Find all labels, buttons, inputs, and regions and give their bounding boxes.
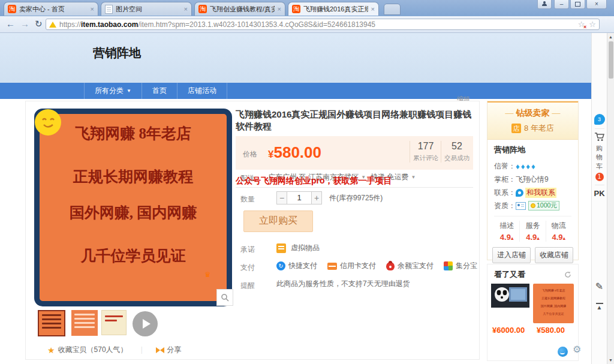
wangwang-toolbar-icon[interactable]: 3 bbox=[594, 114, 605, 125]
recommended-item-video[interactable] bbox=[491, 284, 529, 308]
address-bar[interactable]: https:// item.taobao.com /item.htm?spm=2… bbox=[46, 19, 600, 30]
page-scrollbar[interactable]: ▲ ▼ bbox=[607, 33, 614, 364]
refresh-icon[interactable] bbox=[564, 271, 571, 278]
stock-text: 件(库存99725件) bbox=[329, 193, 383, 203]
mini-text-line: 国外网赚, 国内网赚 bbox=[533, 302, 574, 310]
rating-label: 物流 bbox=[546, 221, 571, 231]
maximize-button[interactable] bbox=[570, 0, 585, 9]
rating-description: 描述 4.9▴ bbox=[494, 221, 520, 242]
red-x-badge: × bbox=[583, 24, 586, 30]
zoom-magnifier-button[interactable] bbox=[216, 289, 233, 306]
back-button[interactable]: ← bbox=[6, 19, 15, 29]
quantity-input[interactable]: 1 bbox=[287, 191, 311, 204]
new-tab-button[interactable] bbox=[384, 4, 401, 15]
tab-close-icon[interactable]: × bbox=[371, 6, 375, 13]
bookmark-star-icon[interactable]: ☆ bbox=[589, 20, 596, 29]
nav-all-categories[interactable]: 所有分类 ▼ bbox=[84, 83, 142, 99]
diamond-rating-icons: ♦♦♦♦ bbox=[516, 162, 537, 171]
wangwang-float-icon[interactable] bbox=[558, 347, 568, 357]
pencil-icon[interactable]: ✎ bbox=[592, 281, 607, 292]
payment-quickpay[interactable]: ↻快捷支付 bbox=[276, 261, 317, 271]
pk-button[interactable]: PK bbox=[592, 189, 607, 198]
chevron-down-icon[interactable]: ▼ bbox=[411, 175, 416, 180]
payment-name: 集分宝 bbox=[456, 261, 477, 271]
taobao-favicon: 淘 bbox=[198, 5, 207, 13]
tab-title: 图片空间 bbox=[116, 5, 181, 14]
buy-now-button[interactable]: 立即购买 bbox=[243, 210, 313, 232]
promise-value: 虚拟物品 bbox=[291, 243, 320, 253]
divider bbox=[595, 128, 604, 129]
virtual-goods-icon bbox=[276, 243, 286, 253]
contact-label: 联系： bbox=[494, 188, 516, 198]
yuebao-purse-icon bbox=[386, 262, 395, 270]
tab-close-icon[interactable]: × bbox=[184, 6, 188, 13]
security-warning-icon[interactable] bbox=[49, 22, 56, 28]
favorite-link[interactable]: 收藏宝贝（570人气） bbox=[58, 345, 128, 355]
tab-course[interactable]: 淘 飞翔创业赚钱教程/真实正 × bbox=[194, 2, 285, 16]
payment-creditcard[interactable]: 信用卡支付 bbox=[327, 261, 376, 271]
forward-button[interactable]: → bbox=[20, 19, 29, 29]
tab-active-product[interactable]: 淘 飞翔赚钱2016真实正规国 × bbox=[288, 2, 379, 16]
contact-me-button[interactable]: 和我联系 bbox=[525, 188, 556, 198]
enter-shop-button[interactable]: 进入店铺 bbox=[492, 247, 531, 263]
payment-jifenbao[interactable]: 集分宝 bbox=[444, 261, 477, 271]
cart-icon[interactable] bbox=[592, 133, 607, 144]
scrollbar-thumb[interactable] bbox=[609, 41, 613, 79]
thumbnail-3[interactable] bbox=[101, 310, 127, 335]
refresh-button[interactable]: ↻ bbox=[35, 19, 43, 29]
image-text-line: 国外网赚, 国内网赚 bbox=[40, 203, 227, 222]
quantity-increase-button[interactable]: + bbox=[311, 191, 322, 204]
tab-close-icon[interactable]: × bbox=[91, 6, 94, 13]
recommended-item-card[interactable]: 飞翔网赚 8年老店 正规长期网赚教程 国外网赚, 国内网赚 几千位学员见证 bbox=[533, 284, 574, 323]
minimize-button[interactable]: – bbox=[554, 0, 569, 9]
certification-label: 资质： bbox=[494, 201, 516, 211]
video-thumbnail bbox=[491, 284, 529, 308]
divider bbox=[236, 187, 473, 188]
payment-yuebao[interactable]: 余额宝支付 bbox=[386, 261, 434, 271]
product-main-image[interactable]: 飞翔网赚 8年老店 正规长期网赚教程 国外网赚, 国内网赚 几千位学员见证 bbox=[34, 109, 232, 306]
nav-label: 所有分类 bbox=[95, 83, 124, 99]
quantity-decrease-button[interactable]: − bbox=[276, 191, 287, 204]
gear-icon[interactable]: ⚙ bbox=[573, 344, 581, 355]
rating-value: 4.9▴ bbox=[546, 233, 571, 242]
thumbnail-2[interactable] bbox=[71, 310, 98, 336]
profile-button[interactable] bbox=[537, 0, 552, 9]
share-link[interactable]: 分享 bbox=[167, 345, 181, 355]
nav-home[interactable]: 首页 bbox=[142, 83, 177, 99]
blocked-content-icon[interactable]: ☆× bbox=[578, 20, 585, 29]
favorite-shop-button[interactable]: 收藏店铺 bbox=[535, 247, 573, 263]
rating-service: 服务 4.9▴ bbox=[520, 221, 546, 242]
recommendations-panel: 看了又看 飞翔网赚 8年老店 正规长期网赚教程 国外网赚, 国内网赚 几千位学员… bbox=[487, 264, 579, 361]
recommendations-header: 看了又看 bbox=[487, 264, 578, 280]
tab-close-icon[interactable]: × bbox=[278, 6, 281, 13]
stat-deals[interactable]: 52 交易成功 bbox=[441, 141, 472, 163]
shop-nav: 所有分类 ▼ 首页 店铺活动 bbox=[0, 83, 591, 99]
notice-text: 此商品为服务性质，不支持7天无理由退货 bbox=[276, 279, 410, 289]
stat-reviews[interactable]: 177 累计评论 bbox=[410, 141, 441, 163]
tab-seller-center[interactable]: 淘 卖家中心 - 首页 × bbox=[4, 2, 98, 16]
tab-title: 飞翔创业赚钱教程/真实正 bbox=[210, 5, 275, 14]
play-icon bbox=[143, 319, 151, 329]
image-text-line: 几千位学员见证 bbox=[40, 246, 227, 266]
thumbnail-1-selected[interactable] bbox=[38, 310, 65, 336]
chevron-down-icon: ▼ bbox=[127, 83, 131, 99]
cart-label[interactable]: 购 物 车 bbox=[592, 144, 607, 171]
reputation-label: 信誉： bbox=[494, 161, 516, 172]
taobao-favicon: 淘 bbox=[292, 5, 300, 13]
scroll-down-arrow[interactable]: ▼ bbox=[607, 358, 614, 362]
browser-window: 淘 卖家中心 - 首页 × 图片空间 × 淘 飞翔创业赚钱教程/真实正 × 淘 … bbox=[0, 0, 614, 364]
play-video-button[interactable] bbox=[133, 311, 158, 336]
rating-label: 描述 bbox=[494, 221, 519, 231]
back-to-top-button[interactable]: ▲ bbox=[595, 303, 604, 311]
nav-shop-activity[interactable]: 店铺活动 bbox=[177, 83, 227, 99]
browser-toolbar: ← → ↻ https:// item.taobao.com /item.htm… bbox=[0, 16, 614, 33]
wangwang-icon bbox=[516, 189, 523, 197]
seller-shop-name: 营销阵地 bbox=[494, 145, 571, 155]
credit-card-icon bbox=[327, 263, 337, 270]
close-window-button[interactable]: × bbox=[586, 0, 607, 9]
owner-name[interactable]: 飞翔心情9 bbox=[516, 175, 549, 185]
scroll-up-arrow[interactable]: ▲ bbox=[607, 35, 614, 39]
page-favicon bbox=[105, 5, 113, 14]
tab-image-space[interactable]: 图片空间 × bbox=[101, 2, 192, 16]
promo-overlay-text: 公众号飞翔网络创业pro，获取第一手项目 bbox=[236, 176, 392, 186]
